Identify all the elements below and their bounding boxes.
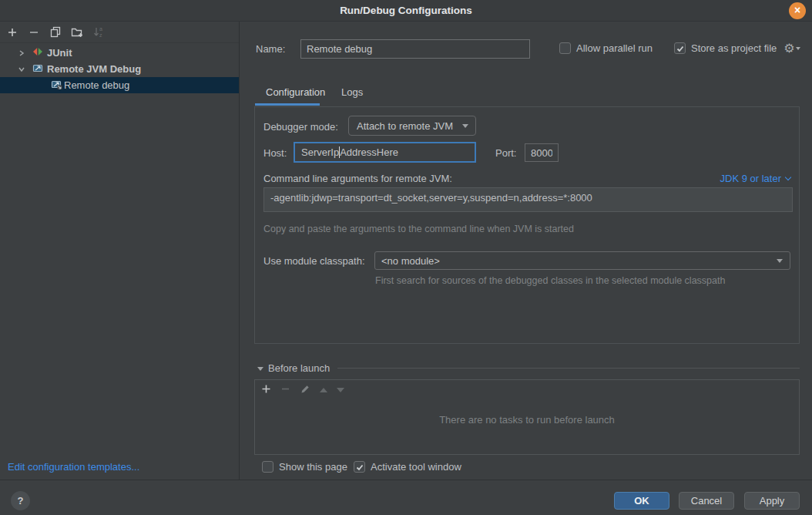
configurations-sidebar: a z JUnit <box>0 22 239 480</box>
before-launch-panel: There are no tasks to run before launch <box>254 379 800 455</box>
remote-debug-icon <box>32 62 43 76</box>
add-configuration-icon[interactable] <box>3 24 22 41</box>
remove-task-icon[interactable] <box>280 384 290 396</box>
help-button[interactable]: ? <box>11 491 30 510</box>
allow-parallel-run-box[interactable] <box>559 42 571 54</box>
host-label: Host: <box>263 147 287 159</box>
debugger-mode-label: Debugger mode: <box>263 121 338 133</box>
tab-configuration[interactable]: Configuration <box>266 86 325 98</box>
module-classpath-hint: First search for sources of the debugged… <box>375 274 737 288</box>
tab-logs[interactable]: Logs <box>341 86 363 98</box>
dropdown-arrow-icon <box>777 259 783 263</box>
command-line-arguments-label: Command line arguments for remote JVM: <box>263 173 452 184</box>
host-input[interactable]: ServerIpAddressHere <box>294 142 476 163</box>
remote-debug-config-icon <box>51 79 62 92</box>
collapse-triangle-icon[interactable] <box>257 367 263 371</box>
module-classpath-select[interactable]: <no module> <box>374 251 790 270</box>
before-launch-toolbar <box>255 380 799 400</box>
sidebar-item-remote-debug[interactable]: Remote debug <box>0 77 239 93</box>
run-debug-configurations-dialog: Run/Debug Configurations × <box>0 0 812 515</box>
ok-button[interactable]: OK <box>614 492 669 510</box>
junit-icon <box>32 46 43 59</box>
close-icon[interactable]: × <box>789 2 806 19</box>
port-label: Port: <box>495 147 516 159</box>
active-tab-underline <box>255 103 320 106</box>
debugger-mode-select[interactable]: Attach to remote JVM <box>348 116 476 136</box>
store-as-project-file-checkbox[interactable]: Store as project file ⚙ <box>674 42 800 54</box>
sidebar-divider <box>239 22 240 480</box>
dropdown-arrow-icon <box>462 124 468 128</box>
chevron-down-icon <box>785 174 791 180</box>
apply-button[interactable]: Apply <box>744 492 800 510</box>
svg-text:a: a <box>99 26 102 32</box>
activate-tool-window-checkbox[interactable]: Activate tool window <box>354 461 461 473</box>
gear-icon[interactable]: ⚙ <box>782 42 800 54</box>
use-module-classpath-label: Use module classpath: <box>263 255 365 267</box>
name-label: Name: <box>256 43 285 55</box>
command-line-hint: Copy and paste the arguments to the comm… <box>263 222 574 236</box>
name-input[interactable] <box>300 39 530 59</box>
copy-configuration-icon[interactable] <box>46 24 65 41</box>
before-launch-rule <box>337 368 800 369</box>
show-this-page-checkbox[interactable]: Show this page <box>262 461 347 473</box>
edit-task-icon[interactable] <box>300 384 310 397</box>
before-launch-header: Before launch <box>254 362 800 374</box>
chevron-right-icon[interactable] <box>17 49 26 57</box>
sort-alphabetically-icon[interactable]: a z <box>89 24 108 41</box>
before-launch-title: Before launch <box>268 362 330 374</box>
sidebar-toolbar: a z <box>0 22 239 43</box>
sidebar-item-junit[interactable]: JUnit <box>0 45 239 61</box>
new-folder-icon[interactable] <box>68 24 86 41</box>
move-up-icon[interactable] <box>320 388 327 392</box>
chevron-down-icon[interactable] <box>17 66 26 73</box>
before-launch-empty-message: There are no tasks to run before launch <box>255 414 799 426</box>
command-line-arguments-field[interactable]: -agentlib:jdwp=transport=dt_socket,serve… <box>263 187 793 212</box>
port-input[interactable] <box>525 143 559 162</box>
allow-parallel-run-checkbox[interactable]: Allow parallel run <box>559 42 653 54</box>
edit-configuration-templates-link[interactable]: Edit configuration templates... <box>8 461 139 473</box>
remove-configuration-icon[interactable] <box>25 24 43 41</box>
sidebar-item-remote-jvm-debug[interactable]: Remote JVM Debug <box>0 61 239 77</box>
store-as-project-file-box[interactable] <box>674 42 686 54</box>
activate-tool-window-box[interactable] <box>354 461 365 473</box>
show-this-page-box[interactable] <box>262 461 273 473</box>
jdk-version-select[interactable]: JDK 9 or later <box>720 173 790 184</box>
move-down-icon[interactable] <box>337 388 344 392</box>
cancel-button[interactable]: Cancel <box>679 492 734 510</box>
svg-text:z: z <box>99 32 102 38</box>
footer-divider <box>0 480 812 480</box>
add-task-icon[interactable] <box>261 384 271 396</box>
title-bar: Run/Debug Configurations <box>0 0 812 22</box>
dialog-title: Run/Debug Configurations <box>0 0 812 22</box>
